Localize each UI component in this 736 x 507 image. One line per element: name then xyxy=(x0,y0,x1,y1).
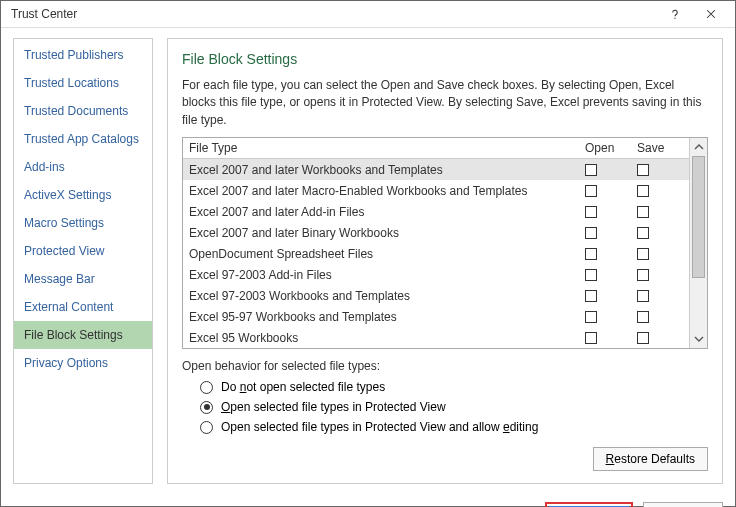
table-row[interactable]: Excel 97-2003 Workbooks and Templates xyxy=(183,285,689,306)
open-checkbox[interactable] xyxy=(585,248,597,260)
filetype-label: Excel 2007 and later Add-in Files xyxy=(189,205,585,219)
section-description: For each file type, you can select the O… xyxy=(182,77,708,129)
sidebar-item-external-content[interactable]: External Content xyxy=(14,293,152,321)
title-bar: Trust Center xyxy=(1,1,735,28)
filetype-label: Excel 2007 and later Macro-Enabled Workb… xyxy=(189,184,585,198)
radio-label: Open selected file types in Protected Vi… xyxy=(221,400,446,414)
sidebar-item-activex-settings[interactable]: ActiveX Settings xyxy=(14,181,152,209)
save-checkbox[interactable] xyxy=(637,185,649,197)
behavior-title: Open behavior for selected file types: xyxy=(182,359,708,373)
cancel-button[interactable]: Cancel xyxy=(643,502,723,507)
save-checkbox[interactable] xyxy=(637,290,649,302)
ok-highlight: OK xyxy=(545,502,633,507)
radio-label: Do not open selected file types xyxy=(221,380,385,394)
help-button[interactable] xyxy=(657,1,693,27)
save-checkbox[interactable] xyxy=(637,332,649,344)
chevron-down-icon xyxy=(694,334,704,344)
sidebar-item-add-ins[interactable]: Add-ins xyxy=(14,153,152,181)
window-title: Trust Center xyxy=(11,7,657,21)
filetype-label: Excel 2007 and later Binary Workbooks xyxy=(189,226,585,240)
file-type-table: File Type Open Save Excel 2007 and later… xyxy=(182,137,708,349)
close-icon xyxy=(705,8,717,20)
dialog-footer: OK Cancel xyxy=(1,494,735,507)
open-checkbox[interactable] xyxy=(585,269,597,281)
open-checkbox[interactable] xyxy=(585,290,597,302)
sidebar-item-trusted-documents[interactable]: Trusted Documents xyxy=(14,97,152,125)
open-checkbox[interactable] xyxy=(585,332,597,344)
window-controls xyxy=(657,1,729,27)
trust-center-dialog: Trust Center Trusted PublishersTrusted L… xyxy=(0,0,736,507)
scroll-track[interactable] xyxy=(690,156,707,330)
sidebar-item-message-bar[interactable]: Message Bar xyxy=(14,265,152,293)
filetype-label: Excel 95 Workbooks xyxy=(189,331,585,345)
category-sidebar: Trusted PublishersTrusted LocationsTrust… xyxy=(13,38,153,484)
sidebar-item-trusted-app-catalogs[interactable]: Trusted App Catalogs xyxy=(14,125,152,153)
col-filetype[interactable]: File Type xyxy=(189,141,585,155)
section-title: File Block Settings xyxy=(182,51,708,67)
help-icon xyxy=(669,8,681,20)
sidebar-item-protected-view[interactable]: Protected View xyxy=(14,237,152,265)
save-checkbox[interactable] xyxy=(637,227,649,239)
open-checkbox[interactable] xyxy=(585,164,597,176)
table-row[interactable]: Excel 97-2003 Add-in Files xyxy=(183,264,689,285)
table-header: File Type Open Save xyxy=(183,138,689,159)
filetype-label: Excel 95-97 Workbooks and Templates xyxy=(189,310,585,324)
scroll-thumb[interactable] xyxy=(692,156,705,278)
behavior-option[interactable]: Do not open selected file types xyxy=(182,377,708,397)
main-panel: File Block Settings For each file type, … xyxy=(167,38,723,484)
sidebar-item-macro-settings[interactable]: Macro Settings xyxy=(14,209,152,237)
table-scrollbar[interactable] xyxy=(689,138,707,348)
save-checkbox[interactable] xyxy=(637,269,649,281)
table-row[interactable]: Excel 2007 and later Macro-Enabled Workb… xyxy=(183,180,689,201)
radio-button[interactable] xyxy=(200,381,213,394)
sidebar-item-privacy-options[interactable]: Privacy Options xyxy=(14,349,152,377)
close-button[interactable] xyxy=(693,1,729,27)
open-checkbox[interactable] xyxy=(585,227,597,239)
radio-label: Open selected file types in Protected Vi… xyxy=(221,420,538,434)
scroll-down-arrow[interactable] xyxy=(690,330,707,348)
restore-defaults-button[interactable]: Restore Defaults xyxy=(593,447,708,471)
table-row[interactable]: Excel 2007 and later Workbooks and Templ… xyxy=(183,159,689,180)
filetype-label: OpenDocument Spreadsheet Files xyxy=(189,247,585,261)
table-row[interactable]: Excel 95-97 Workbooks and Templates xyxy=(183,306,689,327)
filetype-label: Excel 2007 and later Workbooks and Templ… xyxy=(189,163,585,177)
table-row[interactable]: Excel 2007 and later Binary Workbooks xyxy=(183,222,689,243)
table-row[interactable]: Excel 2007 and later Add-in Files xyxy=(183,201,689,222)
open-checkbox[interactable] xyxy=(585,311,597,323)
col-save[interactable]: Save xyxy=(637,141,689,155)
chevron-up-icon xyxy=(694,142,704,152)
open-checkbox[interactable] xyxy=(585,185,597,197)
open-checkbox[interactable] xyxy=(585,206,597,218)
filetype-label: Excel 97-2003 Add-in Files xyxy=(189,268,585,282)
scroll-up-arrow[interactable] xyxy=(690,138,707,156)
open-behavior-group: Open behavior for selected file types: D… xyxy=(182,359,708,437)
save-checkbox[interactable] xyxy=(637,248,649,260)
col-open[interactable]: Open xyxy=(585,141,637,155)
radio-button[interactable] xyxy=(200,401,213,414)
radio-button[interactable] xyxy=(200,421,213,434)
behavior-option[interactable]: Open selected file types in Protected Vi… xyxy=(182,397,708,417)
filetype-label: Excel 97-2003 Workbooks and Templates xyxy=(189,289,585,303)
save-checkbox[interactable] xyxy=(637,206,649,218)
sidebar-item-trusted-locations[interactable]: Trusted Locations xyxy=(14,69,152,97)
table-row[interactable]: Excel 95 Workbooks xyxy=(183,327,689,348)
sidebar-item-file-block-settings[interactable]: File Block Settings xyxy=(14,321,152,349)
sidebar-item-trusted-publishers[interactable]: Trusted Publishers xyxy=(14,41,152,69)
behavior-option[interactable]: Open selected file types in Protected Vi… xyxy=(182,417,708,437)
save-checkbox[interactable] xyxy=(637,164,649,176)
save-checkbox[interactable] xyxy=(637,311,649,323)
table-row[interactable]: OpenDocument Spreadsheet Files xyxy=(183,243,689,264)
svg-point-0 xyxy=(674,17,675,18)
